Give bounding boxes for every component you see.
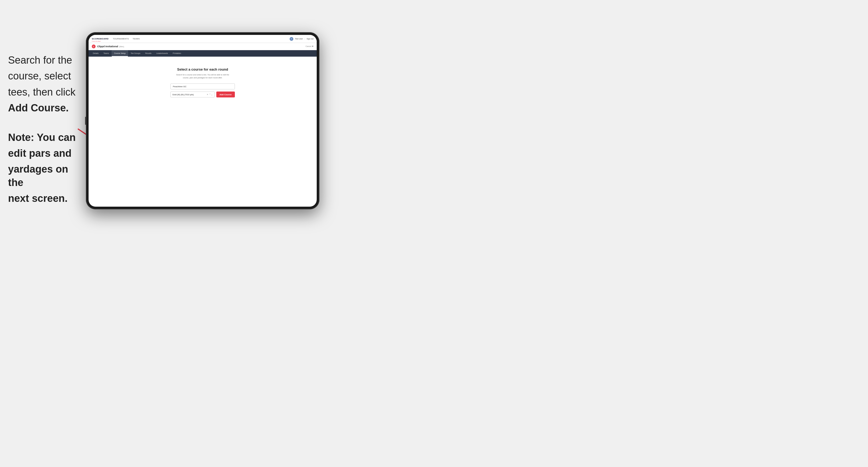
user-avatar: T: [289, 37, 293, 41]
nav-tournaments[interactable]: TOURNAMENTS: [113, 38, 129, 40]
tee-select-controls: × ⌃⌄: [207, 93, 213, 96]
nav-links: TOURNAMENTS TEAMS: [113, 38, 140, 40]
course-search-input[interactable]: [170, 84, 235, 89]
section-description: Search for a course and select a tee. Yo…: [176, 73, 229, 79]
logo-area: SCOREBOARD Powered by clippd: [92, 36, 109, 42]
annotation-note: Note: You can edit pars and yardages on …: [8, 131, 86, 205]
annotation-line1: Search for the: [8, 54, 86, 67]
section-title: Select a course for each round: [177, 67, 228, 71]
tournament-subtitle: (Men): [119, 45, 124, 48]
separator: |: [304, 38, 305, 40]
tab-leaderboards[interactable]: Leaderboards: [154, 50, 170, 57]
top-navbar: SCOREBOARD Powered by clippd TOURNAMENTS…: [89, 35, 317, 43]
add-course-button[interactable]: Add Course: [216, 92, 235, 97]
sign-out-link[interactable]: Sign out: [307, 38, 313, 40]
tab-results[interactable]: Results: [143, 50, 154, 57]
tab-printables[interactable]: Printables: [171, 50, 183, 57]
user-label: Test User: [295, 38, 303, 40]
tournament-icon: C: [92, 44, 96, 48]
logo: SCOREBOARD Powered by clippd: [92, 36, 109, 42]
tournament-title: Clippd Invitational: [97, 45, 118, 48]
tablet-screen: SCOREBOARD Powered by clippd TOURNAMENTS…: [89, 35, 317, 207]
tee-select[interactable]: Gold (M) (M) (7010 yds) × ⌃⌄: [170, 92, 215, 97]
annotation-line3: tees, then click: [8, 86, 86, 99]
tab-course-setup[interactable]: Course Setup: [112, 50, 128, 57]
tablet-device: SCOREBOARD Powered by clippd TOURNAMENTS…: [86, 32, 319, 209]
annotation-bold: Add Course.: [8, 101, 86, 115]
nav-teams[interactable]: TEAMS: [132, 38, 140, 40]
tee-select-row: Gold (M) (M) (7010 yds) × ⌃⌄ Add Course: [170, 92, 235, 97]
annotation-line2: course, select: [8, 69, 86, 83]
main-content: Select a course for each round Search fo…: [89, 57, 317, 164]
annotation-text: Search for the course, select tees, then…: [8, 54, 86, 208]
tee-clear-icon[interactable]: ×: [207, 93, 208, 96]
tee-dropdown-icon[interactable]: ⌃⌄: [209, 93, 213, 96]
top-right-area: T Test User | Sign out: [289, 37, 313, 41]
tournament-header: C Clippd Invitational (Men) Cancel ✕: [89, 43, 317, 50]
tab-tee-groups[interactable]: Tee Groups: [129, 50, 143, 57]
tabs-navigation: Details Teams Course Setup Tee Groups Re…: [89, 50, 317, 57]
tab-teams[interactable]: Teams: [101, 50, 111, 57]
tab-details[interactable]: Details: [91, 50, 101, 57]
tablet-side-button: [85, 117, 86, 125]
tee-select-value: Gold (M) (M) (7010 yds): [172, 93, 194, 96]
cancel-button[interactable]: Cancel ✕: [305, 45, 313, 48]
